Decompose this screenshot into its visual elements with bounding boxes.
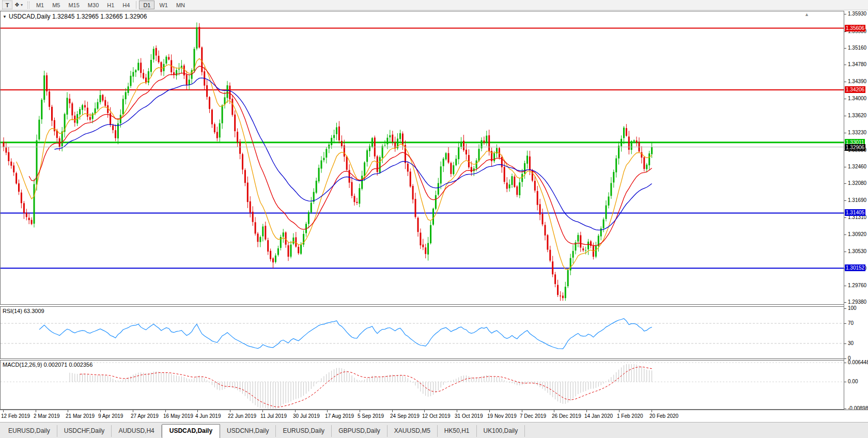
date-label: 24 Sep 2019 — [390, 413, 420, 419]
timeframe-button-m15[interactable]: M15 — [65, 1, 83, 9]
chart-tab-bar: EURUSD,DailyUSDCHF,DailyAUDUSD,H4USDCAD,… — [0, 422, 868, 438]
axis-tick-mark — [844, 409, 846, 409]
axis-tick-label: 100 — [848, 305, 857, 311]
date-label: 26 Dec 2019 — [552, 413, 581, 419]
chart-tab-uk100-daily[interactable]: UK100,Daily — [477, 425, 525, 437]
rsi-indicator-panel[interactable]: RSI(14) 63.3009 — [0, 306, 844, 359]
date-label: 4 Jun 2019 — [195, 413, 221, 419]
date-tick-mark — [295, 410, 296, 412]
axis-tick-label: 1.34390 — [848, 79, 866, 85]
date-tick-mark — [652, 410, 652, 412]
price-level-badge: 1.31405 — [845, 209, 865, 216]
price-chart-panel[interactable]: ▼USDCAD,Daily 1.32845 1.32965 1.32665 1.… — [0, 11, 844, 305]
axis-tick-mark — [844, 382, 846, 382]
time-axis[interactable]: 12 Feb 20192 Mar 201921 Mar 20199 Apr 20… — [0, 410, 868, 422]
date-label: 21 Mar 2019 — [66, 413, 95, 419]
date-label: 19 Nov 2019 — [487, 413, 517, 419]
date-tick-mark — [360, 410, 360, 412]
axis-tick-mark — [844, 252, 846, 252]
timeframe-button-group: M1M5M15M30H1H4D1W1MN — [32, 1, 189, 9]
date-label: 17 Aug 2019 — [325, 413, 354, 419]
macd-chart-canvas[interactable] — [1, 361, 844, 409]
line-style-dropdown-button[interactable]: ❖ ▾ — [12, 1, 25, 9]
date-label: 16 May 2019 — [163, 413, 193, 419]
date-tick-mark — [165, 410, 166, 412]
axis-tick-mark — [844, 323, 846, 324]
timeframe-button-m5[interactable]: M5 — [49, 1, 64, 9]
axis-tick-mark — [844, 116, 846, 116]
axis-tick-label: 1.32080 — [848, 180, 866, 186]
axis-tick-mark — [844, 167, 846, 167]
chart-tab-usdchf-daily[interactable]: USDCHF,Daily — [57, 425, 112, 437]
date-tick-mark — [36, 410, 36, 412]
date-label: 12 Feb 2019 — [1, 413, 30, 419]
date-tick-mark — [392, 410, 393, 412]
timeframe-button-h4[interactable]: H4 — [119, 1, 133, 9]
top-toolbar: T ❖ ▾ M1M5M15M30H1H4D1W1MN — [0, 0, 868, 10]
axis-tick-mark — [844, 14, 846, 14]
chart-tab-usdcnh-daily[interactable]: USDCNH,Daily — [220, 425, 276, 437]
chart-title-text: USDCAD,Daily 1.32845 1.32965 1.32665 1.3… — [9, 13, 147, 20]
date-tick-mark — [133, 410, 133, 412]
date-tick-mark — [3, 410, 4, 412]
timeframe-button-mn[interactable]: MN — [173, 1, 189, 9]
chart-tab-hk50-h1[interactable]: HK50,H1 — [438, 425, 477, 437]
axis-tick-mark — [844, 217, 846, 218]
timeframe-button-m30[interactable]: M30 — [84, 1, 102, 9]
rsi-label: RSI(14) 63.3009 — [3, 308, 44, 314]
axis-tick-mark — [844, 358, 846, 359]
chart-tab-gbpusd-daily[interactable]: GBPUSD,Daily — [332, 425, 388, 437]
date-tick-mark — [457, 410, 457, 412]
price-axis[interactable]: 1.359301.355301.351601.347801.343901.340… — [844, 11, 868, 410]
axis-tick-mark — [844, 200, 846, 201]
axis-tick-mark — [844, 133, 846, 133]
axis-tick-label: 1.33230 — [848, 130, 866, 136]
date-tick-mark — [327, 410, 328, 412]
date-label: 22 Jun 2019 — [228, 413, 256, 419]
chart-tab-xauusd-m5[interactable]: XAUUSD,M5 — [388, 425, 438, 437]
date-tick-mark — [522, 410, 522, 412]
chart-title: ▼USDCAD,Daily 1.32845 1.32965 1.32665 1.… — [3, 13, 147, 20]
text-tool-button[interactable]: T — [2, 1, 12, 9]
macd-label: MACD(12,26,9) 0.002071 0.002356 — [3, 362, 92, 368]
axis-tick-mark — [844, 286, 846, 286]
timeframe-button-d1[interactable]: D1 — [139, 1, 154, 9]
chart-tab-eurusd-daily[interactable]: EURUSD,Daily — [2, 425, 57, 437]
price-level-badge: 1.34206 — [845, 86, 865, 93]
timeframe-button-m1[interactable]: M1 — [33, 1, 48, 9]
axis-tick-mark — [844, 82, 846, 82]
macd-indicator-panel[interactable]: MACD(12,26,9) 0.002071 0.002356 — [0, 360, 844, 410]
axis-tick-mark — [844, 302, 846, 303]
axis-tick-label: 70 — [848, 320, 854, 326]
price-level-badge: 1.30152 — [845, 264, 865, 271]
chevron-down-icon: ▾ — [21, 3, 23, 7]
date-label: 7 Dec 2019 — [520, 413, 546, 419]
date-tick-mark — [262, 410, 263, 412]
axis-tick-mark — [844, 308, 846, 309]
date-label: 1 Feb 2020 — [617, 413, 643, 419]
chart-tab-audusd-h4[interactable]: AUDUSD,H4 — [112, 425, 161, 437]
date-label: 14 Jan 2020 — [584, 413, 613, 419]
timeframe-button-h1[interactable]: H1 — [103, 1, 118, 9]
axis-tick-label: 1.34780 — [848, 61, 866, 68]
date-tick-mark — [554, 410, 554, 412]
chart-tab-eurusd-daily[interactable]: EURUSD,Daily — [276, 425, 332, 437]
date-tick-mark — [424, 410, 425, 412]
date-tick-mark — [100, 410, 101, 412]
date-label: 30 Jul 2019 — [293, 413, 320, 419]
candlestick-chart-canvas[interactable] — [1, 11, 844, 304]
collapse-triangle-icon[interactable]: ▼ — [3, 14, 7, 19]
axis-tick-label: 1.30920 — [848, 231, 866, 238]
toolbar-separator — [136, 1, 136, 9]
rsi-chart-canvas[interactable] — [1, 307, 844, 358]
date-label: 9 Apr 2019 — [98, 413, 123, 419]
axis-tick-mark — [844, 65, 846, 65]
date-label: 27 Apr 2019 — [131, 413, 159, 419]
axis-tick-label: 1.29380 — [848, 299, 866, 305]
axis-tick-label: 1.35930 — [848, 11, 866, 17]
scroll-up-icon[interactable]: ▲ — [804, 12, 809, 17]
timeframe-button-w1[interactable]: W1 — [156, 1, 172, 9]
date-label: 5 Sep 2019 — [358, 413, 384, 419]
axis-tick-mark — [844, 183, 846, 184]
chart-tab-usdcad-daily[interactable]: USDCAD,Daily — [162, 424, 220, 438]
